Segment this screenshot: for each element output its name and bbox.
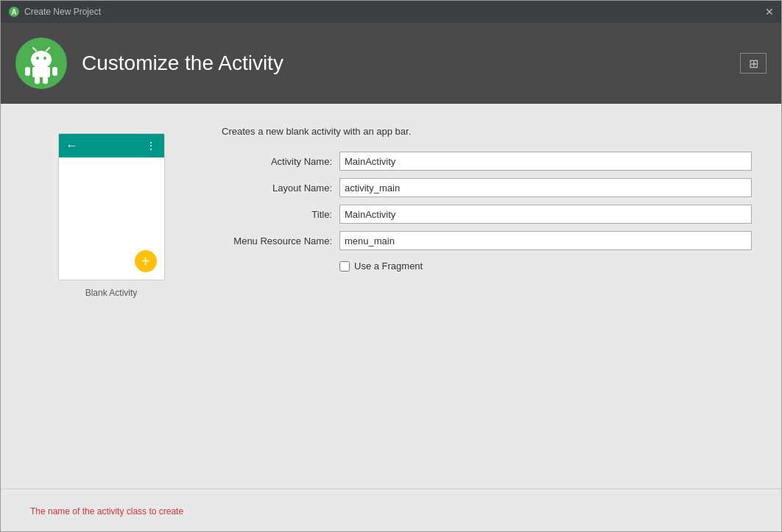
title-label: Title: bbox=[222, 209, 332, 220]
layout-toggle-button[interactable]: ⊞ bbox=[740, 53, 767, 74]
title-bar: A Create New Project ✕ bbox=[1, 1, 781, 23]
svg-point-5 bbox=[43, 57, 46, 60]
menu-resource-label: Menu Resource Name: bbox=[222, 235, 332, 247]
activity-name-label: Activity Name: bbox=[222, 156, 332, 167]
phone-fab: + bbox=[135, 250, 157, 272]
main-content: ← ⋮ + Blank Activity Creates a new blank… bbox=[1, 104, 781, 489]
header: Customize the Activity ⊞ bbox=[1, 23, 781, 104]
phone-app-bar: ← ⋮ bbox=[59, 134, 164, 157]
svg-rect-11 bbox=[35, 77, 40, 84]
phone-preview: ← ⋮ + bbox=[58, 133, 165, 280]
layout-name-row: Layout Name: bbox=[222, 178, 752, 197]
phone-back-icon: ← bbox=[66, 139, 78, 152]
use-fragment-label[interactable]: Use a Fragment bbox=[354, 260, 423, 272]
title-input[interactable] bbox=[339, 205, 752, 224]
menu-resource-row: Menu Resource Name: bbox=[222, 231, 752, 250]
description-text: Creates a new blank activity with an app… bbox=[222, 126, 752, 137]
menu-resource-input[interactable] bbox=[339, 231, 752, 250]
close-button[interactable]: ✕ bbox=[765, 6, 774, 18]
title-row: Title: bbox=[222, 205, 752, 224]
fab-icon: + bbox=[141, 253, 150, 270]
right-panel: Creates a new blank activity with an app… bbox=[222, 126, 752, 467]
layout-name-label: Layout Name: bbox=[222, 182, 332, 194]
phone-content: + bbox=[59, 157, 164, 280]
use-fragment-checkbox[interactable] bbox=[339, 261, 350, 272]
svg-rect-10 bbox=[52, 67, 57, 76]
header-right: ⊞ bbox=[740, 53, 767, 74]
phone-menu-icon: ⋮ bbox=[146, 140, 157, 152]
left-panel: ← ⋮ + Blank Activity bbox=[30, 126, 192, 467]
svg-rect-8 bbox=[32, 67, 50, 77]
activity-name-row: Activity Name: bbox=[222, 152, 752, 171]
activity-name-input[interactable] bbox=[339, 152, 752, 171]
svg-rect-9 bbox=[25, 67, 30, 76]
android-logo bbox=[15, 38, 67, 89]
svg-point-4 bbox=[36, 57, 39, 60]
app-icon: A bbox=[8, 6, 20, 18]
activity-type-label: Blank Activity bbox=[85, 288, 138, 298]
layout-name-input[interactable] bbox=[339, 178, 752, 197]
window-title: Create New Project bbox=[24, 7, 101, 17]
svg-text:A: A bbox=[11, 8, 16, 16]
page-title: Customize the Activity bbox=[82, 52, 283, 75]
svg-point-3 bbox=[31, 51, 52, 68]
layout-icon: ⊞ bbox=[749, 57, 758, 71]
svg-rect-12 bbox=[43, 77, 48, 84]
status-message: The name of the activity class to create bbox=[30, 506, 183, 517]
form-section: Activity Name: Layout Name: Title: Menu … bbox=[222, 152, 752, 272]
use-fragment-row: Use a Fragment bbox=[339, 260, 752, 272]
bottom-section: The name of the activity class to create bbox=[1, 489, 781, 532]
